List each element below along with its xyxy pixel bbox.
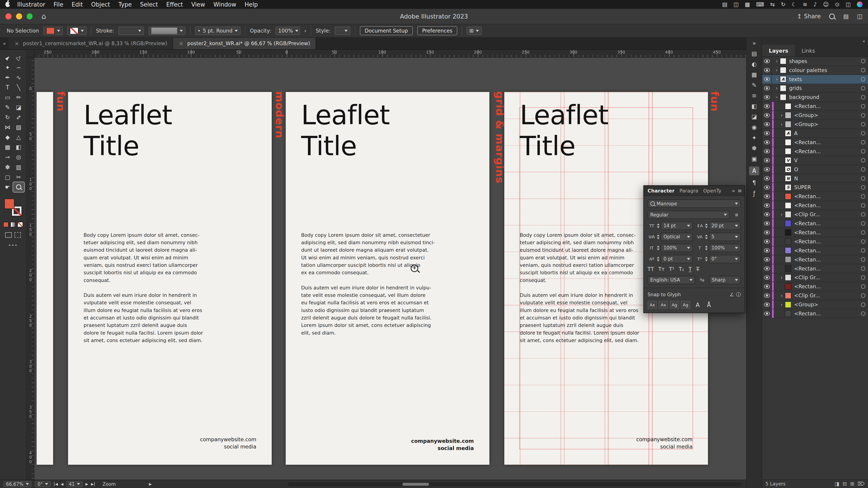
visibility-eye-icon[interactable] <box>764 140 770 144</box>
gradient-button[interactable] <box>10 222 16 227</box>
target-circle-icon[interactable] <box>861 59 865 63</box>
libraries-icon[interactable]: ▤ <box>751 51 757 57</box>
object-name[interactable]: <Group> <box>794 112 861 118</box>
visibility-eye-icon[interactable] <box>764 257 770 262</box>
user-account-icon[interactable]: ☺ <box>823 1 829 8</box>
expand-chevron-icon[interactable]: › <box>779 122 785 127</box>
gradient-tool[interactable]: ◧ <box>13 142 24 152</box>
body-copy-text[interactable]: Body copy Lorem ipsum dolor sit amet, co… <box>520 231 639 344</box>
tracking-field[interactable]: 5 <box>709 233 741 241</box>
target-circle-icon[interactable] <box>861 86 865 90</box>
zoom-tool[interactable] <box>13 182 24 192</box>
leaflet-title-text[interactable]: Leaflet Title <box>520 100 609 162</box>
menu-item[interactable]: Illustrator <box>17 1 45 8</box>
tab-opentype[interactable]: OpenTy <box>703 188 721 194</box>
type-style-button[interactable]: T¹ <box>669 266 675 272</box>
edit-toolbar-button[interactable]: ••• <box>8 242 18 248</box>
line-segment-tool[interactable]: ╲ <box>13 83 24 92</box>
target-circle-icon[interactable] <box>861 167 865 171</box>
shape-builder-tool[interactable]: ◆ <box>2 132 13 142</box>
expand-chevron-icon[interactable]: › <box>779 275 785 280</box>
annotation-label[interactable]: fun <box>709 91 721 111</box>
wifi-icon[interactable]: ≋ <box>803 1 807 8</box>
expand-chevron-icon[interactable]: › <box>774 94 779 100</box>
collapse-dock-icon[interactable]: » <box>752 40 756 46</box>
snap-to-glyph-button[interactable]: Å <box>705 301 712 308</box>
arrange-documents-icon[interactable]: ▤ <box>843 13 848 20</box>
footer-text[interactable]: companywebsite.comsocial media <box>200 436 256 451</box>
object-name[interactable]: <Rectan... <box>794 284 861 289</box>
visibility-eye-icon[interactable] <box>764 285 770 289</box>
object-name[interactable]: <Group> <box>794 302 861 307</box>
object-name[interactable]: <Rectan... <box>794 103 861 109</box>
visibility-eye-icon[interactable] <box>764 131 770 135</box>
font-style-field[interactable]: Regular <box>648 210 730 219</box>
object-name[interactable]: A <box>794 130 861 136</box>
character-rotation-field[interactable]: 0° <box>709 255 741 263</box>
layer-object-row[interactable]: <Rectan... <box>762 201 868 210</box>
eraser-tool[interactable]: ◪ <box>13 102 24 112</box>
direct-selection-tool[interactable]: ▷ <box>13 53 24 63</box>
menu-item[interactable]: Effect <box>166 1 183 8</box>
language-select[interactable]: English: USA <box>648 276 695 284</box>
target-circle-icon[interactable] <box>861 293 865 298</box>
object-name[interactable]: <Rectan... <box>794 202 861 208</box>
target-circle-icon[interactable] <box>861 257 865 262</box>
siri-icon[interactable] <box>857 2 862 7</box>
layer-object-row[interactable]: <Rectan... <box>762 264 868 273</box>
object-name[interactable]: <Rectan... <box>794 230 861 235</box>
close-tab-icon[interactable]: × <box>179 40 184 47</box>
horizontal-scale-field[interactable]: 100% <box>709 244 741 252</box>
menu-item[interactable]: Select <box>140 1 158 8</box>
symbol-sprayer-tool[interactable]: ✽ <box>2 162 13 172</box>
layer-object-row[interactable]: › <Clip Gr... <box>762 210 868 219</box>
layer-object-row[interactable]: › <Group> <box>762 300 868 309</box>
visibility-eye-icon[interactable] <box>764 68 770 72</box>
target-circle-icon[interactable] <box>861 158 865 162</box>
layer-object-row[interactable]: <Rectan... <box>762 246 868 255</box>
footer-text[interactable]: companywebsite.comsocial media <box>411 437 474 452</box>
width-tool[interactable]: ⋈ <box>2 122 13 132</box>
target-circle-icon[interactable] <box>861 285 865 289</box>
expand-chevron-icon[interactable]: › <box>774 86 780 91</box>
target-circle-icon[interactable] <box>861 213 865 217</box>
snap-info-icon[interactable]: ⓘ <box>736 291 741 298</box>
time-machine-icon[interactable]: ↻ <box>781 1 786 8</box>
visibility-eye-icon[interactable] <box>764 185 770 190</box>
none-button[interactable] <box>18 222 23 227</box>
menu-item[interactable]: Window <box>213 1 236 8</box>
last-artboard-button[interactable]: ▶ <box>91 482 95 486</box>
sync-icon[interactable]: ⇆ <box>770 1 775 8</box>
stage-manager-icon[interactable]: ◫ <box>734 1 739 8</box>
glyphs-icon[interactable]: ƒ <box>753 191 755 197</box>
snap-angle-icon[interactable]: ∠ <box>730 292 734 297</box>
perspective-grid-tool[interactable]: △ <box>13 132 24 142</box>
object-name[interactable]: <Clip Gr... <box>794 293 861 298</box>
stroke-weight-select[interactable] <box>119 27 144 35</box>
object-name[interactable]: <Clip Gr... <box>794 274 861 281</box>
layer-object-row[interactable]: <Rectan... <box>762 282 868 291</box>
target-circle-icon[interactable] <box>861 185 865 190</box>
menu-item[interactable]: Object <box>91 1 110 8</box>
volume-icon[interactable]: ♪ <box>813 1 817 8</box>
layer-object-row[interactable]: <Rectan... <box>762 192 868 201</box>
object-name[interactable]: <Rectan... <box>794 238 861 245</box>
opacity-panel-chevron[interactable]: › <box>304 28 306 34</box>
mesh-tool[interactable]: ▦ <box>2 142 13 152</box>
visibility-eye-icon[interactable] <box>764 239 770 244</box>
draw-normal-icon[interactable] <box>5 232 11 238</box>
rotation-select[interactable]: 0° <box>35 481 51 487</box>
object-name[interactable]: <Clip Gr... <box>794 212 861 217</box>
layer-object-row[interactable]: › <Group> <box>762 111 868 120</box>
type-style-button[interactable]: T̲ <box>688 266 692 272</box>
curvature-tool[interactable]: ∿ <box>13 72 24 83</box>
tab-layers[interactable]: Layers <box>762 45 795 56</box>
selection-tool[interactable]: ► <box>2 53 13 63</box>
layer-name[interactable]: colour palettes <box>789 67 861 73</box>
layer-object-row[interactable]: V V <box>762 156 868 165</box>
blend-tool[interactable]: ◎ <box>13 152 24 162</box>
panel-menu-icon[interactable]: ≡ <box>738 188 742 194</box>
visibility-eye-icon[interactable] <box>764 312 770 316</box>
layer-object-row[interactable]: <Rectan... <box>762 255 868 264</box>
target-circle-icon[interactable] <box>861 266 865 271</box>
